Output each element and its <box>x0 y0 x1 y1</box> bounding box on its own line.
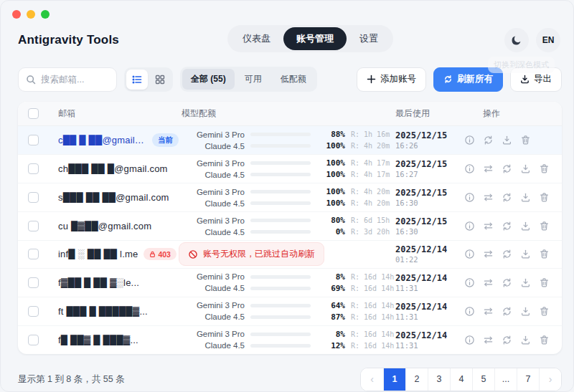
info-icon[interactable] <box>464 163 475 174</box>
next-page-button[interactable]: › <box>539 368 561 391</box>
app-title: Antigravity Tools <box>18 33 119 47</box>
delete-icon[interactable] <box>539 306 550 317</box>
page-button-2[interactable]: 2 <box>405 368 428 391</box>
prev-page-button[interactable]: ‹ <box>361 368 383 391</box>
switch-account-icon[interactable] <box>483 192 494 203</box>
switch-account-icon[interactable] <box>483 335 494 345</box>
model-name: Claude 4.5 <box>179 341 245 350</box>
refresh-account-icon[interactable] <box>502 163 512 174</box>
export-button[interactable]: 导出 <box>510 67 562 92</box>
quota-cell: Gemini 3 Pro 88% R: 1h 16m Claude 4.5 10… <box>179 126 395 154</box>
delete-icon[interactable] <box>520 135 531 145</box>
language-toggle-button[interactable]: EN <box>536 28 560 52</box>
theme-toggle-button[interactable] <box>504 28 529 52</box>
download-icon[interactable] <box>520 306 531 317</box>
model-name: Gemini 3 Pro <box>179 330 245 338</box>
email-text: f▓██ █ ██ ▓░le... <box>58 277 139 288</box>
download-icon[interactable] <box>520 221 531 231</box>
nav-tab-1[interactable]: 账号管理 <box>283 27 347 50</box>
search-input[interactable] <box>41 75 105 85</box>
export-label: 导出 <box>534 73 552 85</box>
switch-account-icon[interactable] <box>483 306 494 317</box>
column-header-quota: 模型配额 <box>179 107 395 120</box>
nav-tab-0[interactable]: 仪表盘 <box>230 27 283 50</box>
email-text: s███ ██ ██@gmail.com <box>58 192 169 203</box>
refresh-account-icon[interactable] <box>483 135 494 145</box>
add-account-button[interactable]: 添加账号 <box>357 67 426 92</box>
switch-account-icon[interactable] <box>483 163 494 174</box>
refresh-account-icon[interactable] <box>502 221 512 231</box>
quota-remaining: R: 16d 14h <box>351 313 395 321</box>
filter-tab-2[interactable]: 低配额 <box>272 69 315 90</box>
select-all-checkbox[interactable] <box>28 108 39 119</box>
page-button-5[interactable]: 5 <box>472 368 494 391</box>
filter-tab-1[interactable]: 可用 <box>236 69 270 90</box>
download-icon[interactable] <box>520 192 531 203</box>
last-used-time: 11:31 <box>395 284 464 292</box>
row-checkbox[interactable] <box>28 221 39 231</box>
list-view-icon <box>132 75 142 85</box>
quota-percent: 12% <box>316 341 345 350</box>
table-row: f█ ██▓ █ ███▓... Gemini 3 Pro 8% R: 16d … <box>18 325 562 354</box>
switch-account-icon[interactable] <box>483 249 494 259</box>
grid-view-button[interactable] <box>149 70 171 90</box>
page-button-1[interactable]: 1 <box>383 368 405 391</box>
filter-tab-0[interactable]: 全部 (55) <box>182 69 235 90</box>
lock-icon <box>149 251 156 258</box>
download-icon[interactable] <box>520 335 531 345</box>
download-icon[interactable] <box>520 163 531 174</box>
info-icon[interactable] <box>464 192 475 203</box>
table-row: ft ███ █ █████▓... Gemini 3 Pro 64% R: 1… <box>18 297 562 325</box>
page-button-4[interactable]: 4 <box>450 368 472 391</box>
refresh-account-icon[interactable] <box>502 277 512 288</box>
row-actions <box>464 249 555 259</box>
delete-icon[interactable] <box>539 249 550 259</box>
last-used-date: 2025/12/15 <box>395 188 464 198</box>
model-name: Gemini 3 Pro <box>179 159 245 168</box>
delete-icon[interactable] <box>539 221 550 231</box>
row-checkbox[interactable] <box>28 277 39 288</box>
refresh-account-icon[interactable] <box>502 306 512 317</box>
email-cell: f▓██ █ ██ ▓░le... <box>58 277 179 288</box>
switch-account-icon[interactable] <box>483 221 494 231</box>
download-icon[interactable] <box>520 249 531 259</box>
quota-percent: 100% <box>316 187 345 196</box>
info-icon[interactable] <box>464 306 475 317</box>
nav-tab-2[interactable]: 设置 <box>347 27 391 50</box>
info-icon[interactable] <box>464 277 475 288</box>
delete-icon[interactable] <box>539 192 550 203</box>
delete-icon[interactable] <box>539 163 550 174</box>
page-ellipsis[interactable]: ... <box>494 368 517 391</box>
info-icon[interactable] <box>464 221 475 231</box>
delete-icon[interactable] <box>539 277 550 288</box>
row-checkbox[interactable] <box>28 135 39 145</box>
quota-cell: 账号无权限，已跳过自动刷新 <box>179 242 395 266</box>
row-checkbox[interactable] <box>28 163 39 174</box>
refresh-account-icon[interactable] <box>502 192 512 203</box>
refresh-all-button[interactable]: 刷新所有 <box>433 67 503 92</box>
results-summary: 显示第 1 到 8 条，共 55 条 <box>18 373 125 386</box>
row-checkbox[interactable] <box>28 335 39 345</box>
refresh-account-icon[interactable] <box>502 249 512 259</box>
quota-percent: 100% <box>316 158 345 168</box>
quota-remaining: R: 3d 20h <box>351 228 395 236</box>
refresh-account-icon[interactable] <box>502 335 512 345</box>
page-button-7[interactable]: 7 <box>517 368 539 391</box>
row-checkbox[interactable] <box>28 192 39 203</box>
info-icon[interactable] <box>464 335 475 345</box>
delete-icon[interactable] <box>539 335 550 345</box>
switch-account-icon[interactable] <box>483 277 494 288</box>
info-icon[interactable] <box>464 135 475 145</box>
download-icon[interactable] <box>520 277 531 288</box>
last-used-cell: 2025/12/14 11:31 <box>395 302 464 321</box>
header-actions: EN <box>504 28 560 52</box>
page-button-3[interactable]: 3 <box>428 368 450 391</box>
row-checkbox[interactable] <box>28 249 39 259</box>
list-view-button[interactable] <box>126 70 148 90</box>
model-name: Gemini 3 Pro <box>179 188 245 196</box>
model-line-1: Gemini 3 Pro 8% R: 16d 14h <box>179 272 395 282</box>
row-checkbox[interactable] <box>28 306 39 317</box>
download-icon[interactable] <box>502 135 512 145</box>
model-quotas: Gemini 3 Pro 88% R: 1h 16m Claude 4.5 10… <box>179 126 395 154</box>
info-icon[interactable] <box>464 249 475 259</box>
